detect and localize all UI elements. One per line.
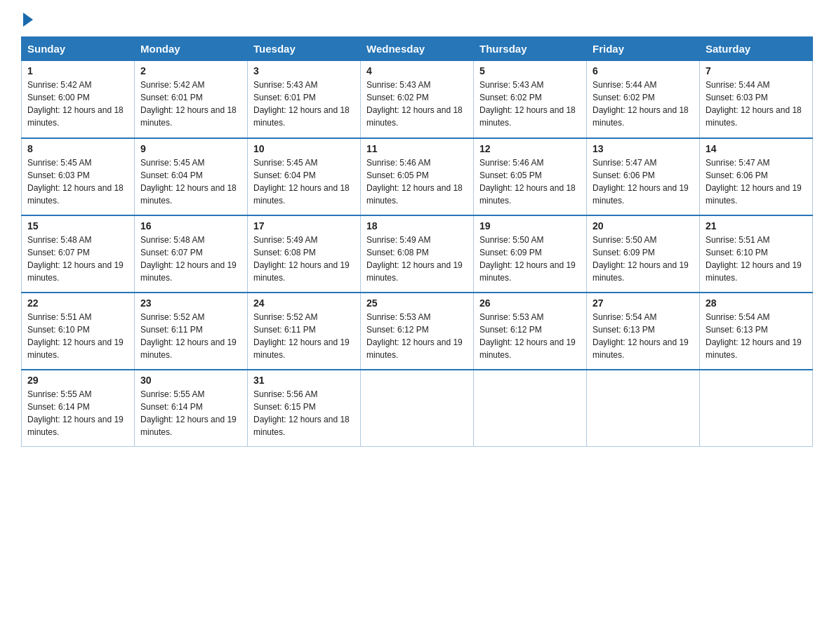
day-number: 9	[140, 143, 241, 154]
day-number: 22	[27, 297, 128, 309]
day-info: Sunrise: 5:42 AMSunset: 6:00 PMDaylight:…	[27, 79, 128, 129]
day-number: 23	[140, 297, 241, 309]
column-header-wednesday: Wednesday	[361, 37, 474, 61]
day-info: Sunrise: 5:45 AMSunset: 6:03 PMDaylight:…	[27, 156, 128, 207]
page-header	[21, 14, 813, 24]
day-number: 10	[253, 143, 355, 154]
calendar-day-cell: 8Sunrise: 5:45 AMSunset: 6:03 PMDaylight…	[22, 138, 135, 215]
logo-arrow-icon	[23, 13, 33, 27]
day-number: 11	[366, 143, 468, 154]
day-info: Sunrise: 5:48 AMSunset: 6:07 PMDaylight:…	[27, 234, 128, 284]
day-info: Sunrise: 5:52 AMSunset: 6:11 PMDaylight:…	[140, 311, 241, 361]
calendar-day-cell	[587, 370, 700, 447]
calendar-day-cell: 11Sunrise: 5:46 AMSunset: 6:05 PMDayligh…	[361, 138, 474, 215]
day-number: 16	[140, 220, 241, 232]
day-number: 6	[593, 65, 694, 76]
day-info: Sunrise: 5:53 AMSunset: 6:12 PMDaylight:…	[479, 311, 581, 361]
day-info: Sunrise: 5:47 AMSunset: 6:06 PMDaylight:…	[706, 156, 807, 207]
day-info: Sunrise: 5:49 AMSunset: 6:08 PMDaylight:…	[366, 234, 468, 284]
logo	[21, 14, 33, 24]
calendar-day-cell: 9Sunrise: 5:45 AMSunset: 6:04 PMDaylight…	[135, 138, 248, 215]
calendar-day-cell: 1Sunrise: 5:42 AMSunset: 6:00 PMDaylight…	[22, 61, 135, 138]
calendar-day-cell: 13Sunrise: 5:47 AMSunset: 6:06 PMDayligh…	[587, 138, 700, 215]
day-number: 18	[366, 220, 468, 232]
calendar-week-row: 1Sunrise: 5:42 AMSunset: 6:00 PMDaylight…	[22, 61, 813, 138]
day-number: 31	[253, 375, 355, 386]
calendar-week-row: 22Sunrise: 5:51 AMSunset: 6:10 PMDayligh…	[22, 293, 813, 370]
calendar-header-row: SundayMondayTuesdayWednesdayThursdayFrid…	[22, 37, 813, 61]
day-info: Sunrise: 5:53 AMSunset: 6:12 PMDaylight:…	[366, 311, 468, 361]
day-info: Sunrise: 5:44 AMSunset: 6:03 PMDaylight:…	[706, 79, 807, 129]
day-info: Sunrise: 5:45 AMSunset: 6:04 PMDaylight:…	[140, 156, 241, 207]
day-info: Sunrise: 5:43 AMSunset: 6:02 PMDaylight:…	[366, 79, 468, 129]
day-number: 25	[366, 297, 468, 309]
day-number: 8	[27, 143, 128, 154]
day-info: Sunrise: 5:51 AMSunset: 6:10 PMDaylight:…	[706, 234, 807, 284]
day-info: Sunrise: 5:43 AMSunset: 6:01 PMDaylight:…	[253, 79, 355, 129]
calendar-day-cell: 26Sunrise: 5:53 AMSunset: 6:12 PMDayligh…	[474, 293, 587, 370]
day-number: 14	[706, 143, 807, 154]
day-info: Sunrise: 5:52 AMSunset: 6:11 PMDaylight:…	[253, 311, 355, 361]
calendar-day-cell: 25Sunrise: 5:53 AMSunset: 6:12 PMDayligh…	[361, 293, 474, 370]
calendar-table: SundayMondayTuesdayWednesdayThursdayFrid…	[21, 36, 813, 447]
day-number: 27	[593, 297, 694, 309]
day-number: 30	[140, 375, 241, 386]
day-info: Sunrise: 5:54 AMSunset: 6:13 PMDaylight:…	[593, 311, 694, 361]
column-header-friday: Friday	[587, 37, 700, 61]
calendar-day-cell: 18Sunrise: 5:49 AMSunset: 6:08 PMDayligh…	[361, 215, 474, 293]
calendar-day-cell: 12Sunrise: 5:46 AMSunset: 6:05 PMDayligh…	[474, 138, 587, 215]
column-header-monday: Monday	[135, 37, 248, 61]
calendar-day-cell: 15Sunrise: 5:48 AMSunset: 6:07 PMDayligh…	[22, 215, 135, 293]
day-info: Sunrise: 5:50 AMSunset: 6:09 PMDaylight:…	[479, 234, 581, 284]
calendar-day-cell: 17Sunrise: 5:49 AMSunset: 6:08 PMDayligh…	[248, 215, 361, 293]
calendar-day-cell: 22Sunrise: 5:51 AMSunset: 6:10 PMDayligh…	[22, 293, 135, 370]
day-number: 24	[253, 297, 355, 309]
day-number: 28	[706, 297, 807, 309]
calendar-day-cell: 3Sunrise: 5:43 AMSunset: 6:01 PMDaylight…	[248, 61, 361, 138]
day-info: Sunrise: 5:54 AMSunset: 6:13 PMDaylight:…	[706, 311, 807, 361]
day-info: Sunrise: 5:51 AMSunset: 6:10 PMDaylight:…	[27, 311, 128, 361]
day-info: Sunrise: 5:47 AMSunset: 6:06 PMDaylight:…	[593, 156, 694, 207]
day-info: Sunrise: 5:55 AMSunset: 6:14 PMDaylight:…	[27, 388, 128, 438]
calendar-day-cell: 16Sunrise: 5:48 AMSunset: 6:07 PMDayligh…	[135, 215, 248, 293]
column-header-sunday: Sunday	[22, 37, 135, 61]
calendar-day-cell	[700, 370, 813, 447]
column-header-saturday: Saturday	[700, 37, 813, 61]
day-number: 12	[479, 143, 581, 154]
day-info: Sunrise: 5:50 AMSunset: 6:09 PMDaylight:…	[593, 234, 694, 284]
column-header-thursday: Thursday	[474, 37, 587, 61]
day-number: 5	[479, 65, 581, 76]
calendar-day-cell: 20Sunrise: 5:50 AMSunset: 6:09 PMDayligh…	[587, 215, 700, 293]
calendar-day-cell: 29Sunrise: 5:55 AMSunset: 6:14 PMDayligh…	[22, 370, 135, 447]
day-number: 19	[479, 220, 581, 232]
day-number: 29	[27, 375, 128, 386]
day-info: Sunrise: 5:46 AMSunset: 6:05 PMDaylight:…	[366, 156, 468, 207]
day-info: Sunrise: 5:49 AMSunset: 6:08 PMDaylight:…	[253, 234, 355, 284]
calendar-day-cell: 5Sunrise: 5:43 AMSunset: 6:02 PMDaylight…	[474, 61, 587, 138]
day-info: Sunrise: 5:45 AMSunset: 6:04 PMDaylight:…	[253, 156, 355, 207]
day-info: Sunrise: 5:46 AMSunset: 6:05 PMDaylight:…	[479, 156, 581, 207]
day-number: 20	[593, 220, 694, 232]
day-number: 3	[253, 65, 355, 76]
calendar-day-cell: 23Sunrise: 5:52 AMSunset: 6:11 PMDayligh…	[135, 293, 248, 370]
calendar-day-cell: 27Sunrise: 5:54 AMSunset: 6:13 PMDayligh…	[587, 293, 700, 370]
calendar-day-cell: 19Sunrise: 5:50 AMSunset: 6:09 PMDayligh…	[474, 215, 587, 293]
calendar-day-cell: 24Sunrise: 5:52 AMSunset: 6:11 PMDayligh…	[248, 293, 361, 370]
day-number: 26	[479, 297, 581, 309]
calendar-day-cell: 10Sunrise: 5:45 AMSunset: 6:04 PMDayligh…	[248, 138, 361, 215]
calendar-day-cell	[474, 370, 587, 447]
day-number: 21	[706, 220, 807, 232]
day-number: 7	[706, 65, 807, 76]
column-header-tuesday: Tuesday	[248, 37, 361, 61]
calendar-day-cell	[361, 370, 474, 447]
calendar-day-cell: 4Sunrise: 5:43 AMSunset: 6:02 PMDaylight…	[361, 61, 474, 138]
calendar-week-row: 29Sunrise: 5:55 AMSunset: 6:14 PMDayligh…	[22, 370, 813, 447]
day-number: 15	[27, 220, 128, 232]
calendar-day-cell: 7Sunrise: 5:44 AMSunset: 6:03 PMDaylight…	[700, 61, 813, 138]
calendar-day-cell: 21Sunrise: 5:51 AMSunset: 6:10 PMDayligh…	[700, 215, 813, 293]
day-info: Sunrise: 5:48 AMSunset: 6:07 PMDaylight:…	[140, 234, 241, 284]
day-number: 13	[593, 143, 694, 154]
calendar-day-cell: 28Sunrise: 5:54 AMSunset: 6:13 PMDayligh…	[700, 293, 813, 370]
calendar-day-cell: 14Sunrise: 5:47 AMSunset: 6:06 PMDayligh…	[700, 138, 813, 215]
calendar-week-row: 8Sunrise: 5:45 AMSunset: 6:03 PMDaylight…	[22, 138, 813, 215]
